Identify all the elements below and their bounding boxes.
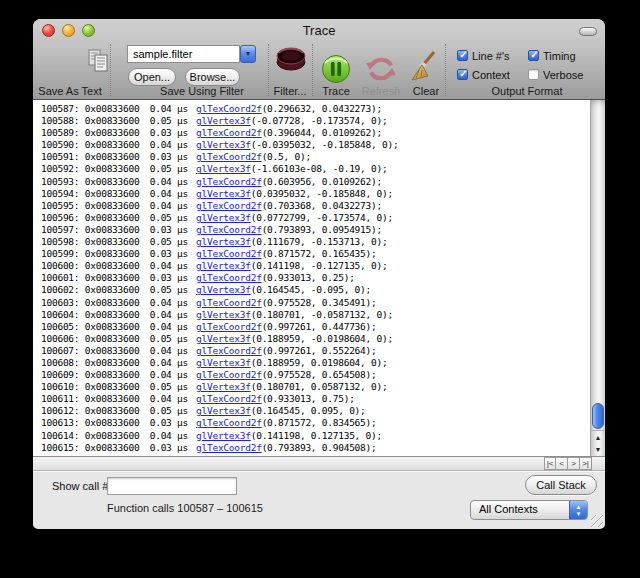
trace-row[interactable]: 100595: 0x008336000.04 µsglTexCoord2f(0.… [33,200,590,212]
trace-row[interactable]: 100593: 0x008336000.04 µsglTexCoord2f(0.… [33,176,590,188]
contexts-popup[interactable]: All Contexts ▲ ▼ [470,500,588,520]
call-line-address: 100609: 0x00833600 [41,369,141,381]
trace-row[interactable]: 100592: 0x008336000.05 µsglVertex3f(-1.6… [33,163,590,175]
line-numbers-checkbox[interactable]: ✓ [457,50,468,61]
contexts-popup-value: All Contexts [479,503,538,515]
function-link[interactable]: glTexCoord2f [196,297,262,308]
function-link[interactable]: glVertex3f [196,260,251,271]
trace-row[interactable]: 100599: 0x008336000.03 µsglTexCoord2f(0.… [33,248,590,260]
scroll-down-button[interactable]: ▼ [591,443,605,456]
function-link[interactable]: glTexCoord2f [196,345,262,356]
trace-row[interactable]: 100613: 0x008336000.03 µsglTexCoord2f(0.… [33,417,590,429]
function-link[interactable]: glTexCoord2f [196,127,262,138]
prev-page-button[interactable]: < [556,457,568,470]
trace-row[interactable]: 100603: 0x008336000.04 µsglTexCoord2f(0.… [33,297,590,309]
function-link[interactable]: glTexCoord2f [196,369,262,380]
trace-row[interactable]: 100615: 0x008336000.03 µsglTexCoord2f(0.… [33,442,590,454]
function-link[interactable]: glVertex3f [196,139,251,150]
resize-grip[interactable] [591,515,603,527]
function-link[interactable]: glVertex3f [196,430,251,441]
function-link[interactable]: glVertex3f [196,357,251,368]
function-link[interactable]: glTexCoord2f [196,248,262,259]
trace-row[interactable]: 100612: 0x008336000.05 µsglVertex3f(0.16… [33,405,590,417]
trace-row[interactable]: 100614: 0x008336000.04 µsglVertex3f(0.14… [33,430,590,442]
trace-row[interactable]: 100608: 0x008336000.04 µsglVertex3f(0.18… [33,357,590,369]
trace-row[interactable]: 100601: 0x008336000.03 µsglTexCoord2f(0.… [33,272,590,284]
trace-row[interactable]: 100597: 0x008336000.03 µsglTexCoord2f(0.… [33,224,590,236]
toolbar-toggle-pill[interactable] [579,27,597,36]
checkbox-timing[interactable]: ✓ Timing [528,49,576,62]
call-number-input[interactable] [107,477,237,495]
trace-row[interactable]: 100606: 0x008336000.05 µsglVertex3f(0.18… [33,333,590,345]
call-time: 0.04 µs [141,103,188,115]
call-time: 0.04 µs [141,200,188,212]
trace-row[interactable]: 100607: 0x008336000.04 µsglTexCoord2f(0.… [33,345,590,357]
function-link[interactable]: glTexCoord2f [196,176,262,187]
save-as-text-button[interactable] [85,48,111,76]
trace-row[interactable]: 100587: 0x008336000.04 µsglTexCoord2f(0.… [33,103,590,115]
filter-combo-value[interactable]: sample.filter [127,45,240,63]
function-link[interactable]: glTexCoord2f [196,321,262,332]
trace-row[interactable]: 100594: 0x008336000.04 µsglVertex3f(0.03… [33,188,590,200]
call-args: (0.603956, 0.0109262); [262,176,382,187]
refresh-button[interactable] [364,53,398,87]
scroll-up-button[interactable]: ▲ [591,430,605,444]
function-link[interactable]: glVertex3f [196,188,251,199]
call-line-address: 100594: 0x00833600 [41,188,141,200]
function-link[interactable]: glVertex3f [196,405,251,416]
function-link[interactable]: glTexCoord2f [196,417,262,428]
browse-button[interactable]: Browse... [185,68,240,86]
vertical-scrollbar[interactable]: ▲ ▼ [590,100,605,456]
trace-row[interactable]: 100610: 0x008336000.05 µsglVertex3f(0.18… [33,381,590,393]
function-link[interactable]: glTexCoord2f [196,393,262,404]
function-link[interactable]: glTexCoord2f [196,151,262,162]
checkbox-line-numbers[interactable]: ✓ Line #'s [457,49,510,62]
filter-combo-dropdown-button[interactable]: ▼ [240,45,256,63]
trace-row[interactable]: 100604: 0x008336000.04 µsglVertex3f(0.18… [33,309,590,321]
context-checkbox[interactable]: ✓ [457,69,468,80]
trace-row[interactable]: 100609: 0x008336000.04 µsglTexCoord2f(0.… [33,369,590,381]
function-link[interactable]: glVertex3f [196,333,251,344]
function-link[interactable]: glTexCoord2f [196,103,262,114]
function-link[interactable]: glVertex3f [196,381,251,392]
checkbox-verbose[interactable]: ✓ Verbose [528,68,583,81]
clear-button[interactable] [410,51,440,85]
first-page-button[interactable]: |< [544,457,556,470]
function-link[interactable]: glVertex3f [196,236,251,247]
trace-row[interactable]: 100602: 0x008336000.05 µsglVertex3f(0.16… [33,284,590,296]
function-link[interactable]: glVertex3f [196,309,251,320]
verbose-checkbox[interactable]: ✓ [528,69,539,80]
checkbox-context[interactable]: ✓ Context [457,68,510,81]
trace-list[interactable]: 100587: 0x008336000.04 µsglTexCoord2f(0.… [33,100,590,459]
down-arrow-icon: ▼ [595,446,602,453]
next-page-button[interactable]: > [568,457,580,470]
function-link[interactable]: glTexCoord2f [196,272,262,283]
function-link[interactable]: glVertex3f [196,163,251,174]
function-link[interactable]: glTexCoord2f [196,224,262,235]
last-page-button[interactable]: >| [580,457,592,470]
open-button[interactable]: Open... [128,68,176,86]
call-time: 0.03 µs [141,224,188,236]
function-link[interactable]: glVertex3f [196,284,251,295]
trace-row[interactable]: 100589: 0x008336000.03 µsglTexCoord2f(0.… [33,127,590,139]
filter-button[interactable] [273,45,309,79]
function-link[interactable]: glTexCoord2f [196,442,262,453]
up-arrow-icon: ▲ [595,434,602,441]
timing-checkbox[interactable]: ✓ [528,50,539,61]
trace-row[interactable]: 100600: 0x008336000.04 µsglVertex3f(0.14… [33,260,590,272]
trace-row[interactable]: 100591: 0x008336000.03 µsglTexCoord2f(0.… [33,151,590,163]
scrollbar-thumb[interactable] [592,403,604,429]
trace-row[interactable]: 100611: 0x008336000.04 µsglTexCoord2f(0.… [33,393,590,405]
trace-button[interactable] [320,53,352,87]
function-link[interactable]: glVertex3f [196,212,251,223]
filter-combo[interactable]: sample.filter ▼ [127,45,256,63]
trace-row[interactable]: 100590: 0x008336000.04 µsglVertex3f(-0.0… [33,139,590,151]
function-link[interactable]: glVertex3f [196,115,251,126]
trace-row[interactable]: 100598: 0x008336000.05 µsglVertex3f(0.11… [33,236,590,248]
function-link[interactable]: glTexCoord2f [196,200,262,211]
trace-row[interactable]: 100588: 0x008336000.05 µsglVertex3f(-0.0… [33,115,590,127]
call-stack-button[interactable]: Call Stack [525,475,597,495]
titlebar[interactable]: Trace [33,19,605,41]
trace-row[interactable]: 100596: 0x008336000.05 µsglVertex3f(0.07… [33,212,590,224]
trace-row[interactable]: 100605: 0x008336000.04 µsglTexCoord2f(0.… [33,321,590,333]
